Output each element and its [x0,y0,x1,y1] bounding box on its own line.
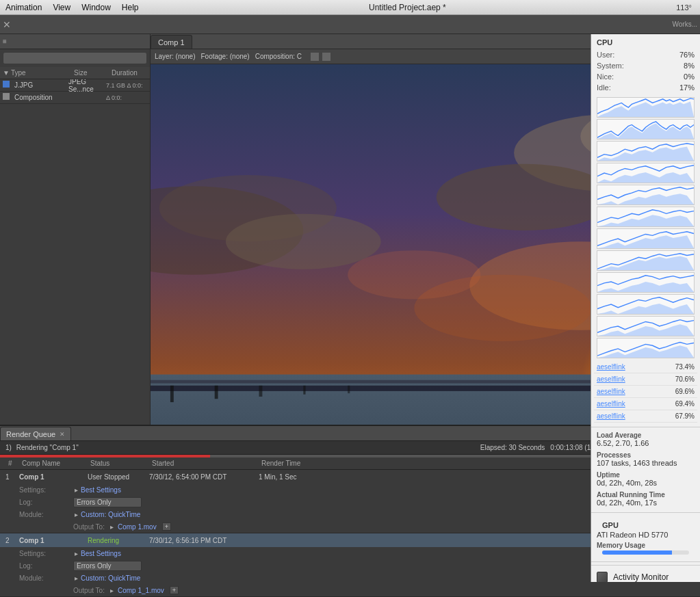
app-menu-animation[interactable]: Animation [5,3,42,12]
col-duration: Duration [109,69,150,77]
process-row-3: aeselflink 69.6% [594,386,697,398]
load-avg-title: Load Average [597,432,695,439]
actual-running-value: 0d, 22h, 40m, 17s [597,499,695,507]
process-name-3[interactable]: aeselflink [597,386,625,397]
activity-monitor-label: Activity Monitor [613,572,669,582]
item-started: 7/30/12, 6:56:16 PM CDT [151,537,259,544]
render-progress-fill [151,455,210,457]
divider-1 [591,427,700,427]
cpu-core-graph-5 [597,185,695,205]
layer-selector[interactable]: Layer: (none) [155,53,195,60]
svg-point-7 [226,214,381,269]
cpu-idle-value: 17% [679,82,695,93]
activity-monitor-menu-item[interactable]: Activity Monitor [591,568,700,582]
processes-title: Processes [597,451,695,459]
workspace-label: Works... [673,21,697,28]
cpu-core-graph-1 [597,97,695,118]
memory-bar-fill [602,550,672,555]
cpu-user-row: User: 76% [597,49,695,60]
project-item-name: J.JPG [14,81,68,89]
project-item[interactable]: J.JPG JPEG Se...nce 7.1 GB Δ 0:0: [0,79,150,92]
col-started: Started [151,460,259,467]
process-pct-1: 73.4% [675,362,695,372]
project-table-header: ▼ Type Size Duration [0,67,150,79]
uptime-title: Uptime [597,471,695,479]
cpu-core-graph-12 [597,338,695,358]
project-item[interactable]: Composition Δ 0:0: [0,92,150,104]
memory-usage-bar [602,550,689,555]
cpu-core-graph-8 [597,250,695,271]
cpu-user-value: 76% [679,49,695,60]
elapsed-text: Elapsed: 30 Seconds [480,444,545,451]
processes-value: 107 tasks, 1463 threads [597,459,695,467]
gpu-model: ATI Radeon HD 5770 [597,531,695,539]
activity-monitor-panel: CPU User: 76% System: 8% Nice: 0% Idle: … [591,34,700,582]
output-value[interactable]: Comp 1.mov [151,523,157,531]
cpu-core-graph-9 [597,272,695,293]
app-menu-view[interactable]: View [53,3,70,12]
main-area: ≡ ▼ Type Size Duration J.JPG JPEG Se...n… [0,34,700,582]
gpu-section: GPU ATI Radeon HD 5770 Memory Usage [591,516,700,559]
process-row-1: aeselflink 73.4% [594,361,697,373]
process-name-4[interactable]: aeselflink [597,399,625,409]
cpu-core-graph-7 [597,228,695,249]
cpu-nice-label: Nice: [597,71,614,82]
project-items-list: J.JPG JPEG Se...nce 7.1 GB Δ 0:0: Compos… [0,79,150,104]
panel-menu-icon[interactable]: ≡ [3,38,7,45]
project-item-duration: Δ 0:0: [106,94,147,101]
project-item-name: Composition [14,94,68,101]
process-list: aeselflink 73.4% aeselflink 70.6% aeself… [591,360,700,424]
comp-selector[interactable]: Composition: C [255,53,302,60]
footage-selector[interactable]: Footage: (none) [200,53,249,60]
cpu-user-label: User: [597,49,614,60]
cpu-idle-label: Idle: [597,82,611,93]
cpu-core-graph-11 [597,316,695,336]
title-text: Untitled Project.aep * [369,3,446,12]
project-item-size: JPEG Se...nce [68,79,106,93]
comp-icon-2 [322,52,331,62]
activity-monitor-icon [597,572,608,582]
process-pct-2: 70.6% [675,374,695,384]
project-search-input[interactable] [3,52,147,64]
cpu-nice-row: Nice: 0% [597,71,695,82]
project-item-duration: 7.1 GB Δ 0:0: [106,82,147,89]
process-name-1[interactable]: aeselflink [597,362,625,372]
cpu-section-title: CPU [591,34,700,48]
cpu-core-graph-6 [597,207,695,227]
memory-usage-label: Memory Usage [597,542,695,549]
divider-2 [591,512,700,513]
col-type: Type [11,69,26,77]
actual-running-title: Actual Running Time [597,491,695,499]
cpu-core-graphs [591,97,700,358]
add-output-button[interactable]: + [162,522,171,531]
load-avg-value: 6.52, 2.70, 1.66 [597,439,695,447]
cpu-core-graph-10 [597,294,695,315]
process-pct-5: 67.9% [675,411,695,421]
cpu-core-graph-4 [597,163,695,183]
menu-bar: Animation View Window Help Untitled Proj… [0,0,700,15]
col-size: Size [71,69,109,77]
comp-tab[interactable]: Comp 1 [151,35,192,49]
uptime-section: Uptime 0d, 22h, 40m, 28s [591,470,700,490]
cpu-system-row: System: 8% [597,60,695,71]
app-menu-window[interactable]: Window [81,3,111,12]
bottom-menu: Activity Monitor Console Edit Preference… [591,565,700,582]
sort-icon: ▼ [3,69,10,77]
cpu-system-value: 8% [684,60,695,71]
item-started: 7/30/12, 6:54:00 PM CDT [151,473,259,481]
process-pct-3: 69.6% [675,386,695,397]
svg-point-4 [437,164,614,230]
svg-rect-19 [303,386,305,395]
main-toolbar: ✕ Works... [0,15,700,34]
load-average-section: Load Average 6.52, 2.70, 1.66 [591,430,700,450]
cpu-stats: User: 76% System: 8% Nice: 0% Idle: 17% [591,48,700,96]
process-name-5[interactable]: aeselflink [597,411,625,421]
cpu-core-graph-2 [597,119,695,140]
uptime-value: 0d, 22h, 40m, 28s [597,479,695,487]
processes-section: Processes 107 tasks, 1463 threads [591,450,700,470]
toolbar-close-icon[interactable]: ✕ [3,19,11,30]
process-name-2[interactable]: aeselflink [597,374,625,384]
svg-rect-16 [170,386,174,402]
app-menu-help[interactable]: Help [122,3,139,12]
project-panel-header: ≡ [0,34,150,49]
